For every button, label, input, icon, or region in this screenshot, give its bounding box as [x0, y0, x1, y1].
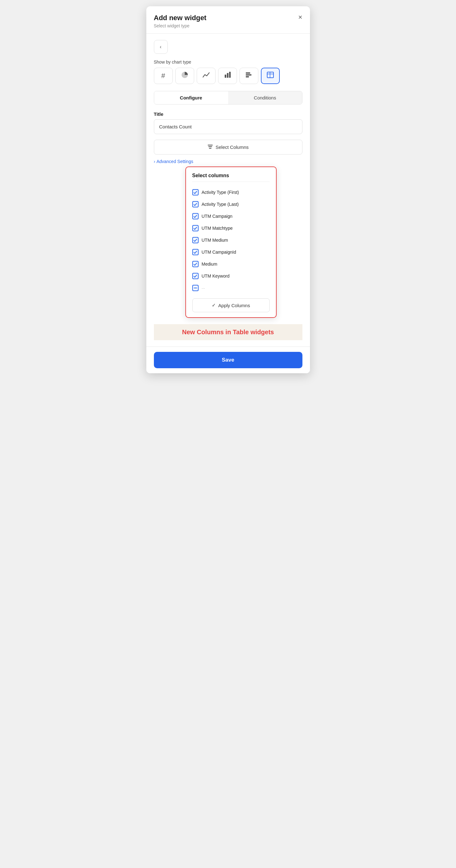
column-label: UTM Medium [202, 238, 228, 243]
column-item-utm-campaign[interactable]: UTM Campaign [192, 210, 270, 222]
checkbox-activity-type-last[interactable] [192, 201, 199, 208]
advanced-settings-label: Advanced Settings [156, 159, 193, 164]
tab-bar: Configure Conditions [154, 91, 302, 104]
checkbox-medium[interactable] [192, 261, 199, 267]
chart-type-table[interactable] [261, 68, 280, 84]
column-item-activity-type-last[interactable]: Activity Type (Last) [192, 198, 270, 210]
line-chart-icon [202, 71, 210, 80]
apply-columns-button[interactable]: ✓ Apply Columns [192, 298, 270, 312]
select-columns-button[interactable]: Select Columns [154, 140, 302, 155]
checkbox-utm-matchtype[interactable] [192, 225, 199, 231]
table-icon [267, 71, 274, 80]
title-label: Title [154, 112, 302, 117]
column-label: UTM Keyword [202, 274, 230, 279]
chart-type-bar[interactable] [218, 68, 237, 84]
checkmark-icon: ✓ [212, 303, 216, 308]
svg-rect-2 [229, 72, 231, 78]
add-widget-modal: Add new widget Select widget type × ‹ Sh… [146, 6, 310, 373]
announcement-text: New Columns in Table widgets [160, 329, 296, 336]
column-item-utm-campaignid[interactable]: UTM CampaignId [192, 246, 270, 258]
svg-rect-1 [227, 73, 229, 78]
modal-title: Add new widget [154, 14, 302, 22]
tab-configure[interactable]: Configure [154, 91, 228, 104]
column-partial-label: ··· [202, 286, 205, 290]
dropdown-title: Select columns [192, 173, 270, 182]
chart-type-pie[interactable] [175, 68, 194, 84]
checkbox-utm-medium[interactable] [192, 237, 199, 243]
apply-columns-label: Apply Columns [218, 303, 250, 308]
bar-chart-icon [224, 71, 231, 80]
column-item-utm-matchtype[interactable]: UTM Matchtype [192, 222, 270, 234]
modal-subtitle: Select widget type [154, 23, 302, 28]
advanced-settings-toggle[interactable]: › Advanced Settings [154, 159, 302, 164]
column-item-partial[interactable]: ··· [192, 282, 270, 294]
chevron-right-icon: › [154, 159, 155, 164]
checkbox-utm-campaignid[interactable] [192, 249, 199, 255]
modal-body: ‹ Show by chart type # [146, 34, 310, 346]
pie-icon [181, 71, 188, 81]
checkbox-utm-campaign[interactable] [192, 213, 199, 219]
chart-type-line[interactable] [197, 68, 216, 84]
svg-rect-0 [225, 74, 226, 78]
column-label: Activity Type (First) [202, 190, 239, 195]
title-input[interactable] [154, 119, 302, 134]
select-columns-label: Select Columns [216, 145, 249, 150]
chart-type-label: Show by chart type [154, 60, 302, 64]
announcement-banner: New Columns in Table widgets [154, 324, 302, 340]
svg-rect-5 [246, 76, 249, 78]
checkbox-utm-keyword[interactable] [192, 273, 199, 279]
column-label: Medium [202, 261, 217, 267]
dropdown-box: Select columns Activity Type (First) Act… [185, 166, 277, 318]
checkbox-partial[interactable] [192, 285, 199, 291]
column-label: UTM Campaign [202, 214, 233, 219]
hbar-chart-icon [245, 71, 253, 80]
svg-rect-6 [267, 72, 273, 78]
save-button[interactable]: Save [154, 352, 302, 368]
column-label: UTM Matchtype [202, 226, 233, 231]
column-item-utm-medium[interactable]: UTM Medium [192, 234, 270, 246]
chart-type-hbar[interactable] [240, 68, 259, 84]
back-button[interactable]: ‹ [154, 40, 168, 54]
chevron-left-icon: ‹ [160, 44, 161, 50]
column-item-activity-type-first[interactable]: Activity Type (First) [192, 186, 270, 198]
save-section: Save [146, 346, 310, 373]
column-item-utm-keyword[interactable]: UTM Keyword [192, 270, 270, 282]
tab-conditions[interactable]: Conditions [228, 91, 302, 104]
select-columns-dropdown: Select columns Activity Type (First) Act… [185, 166, 302, 318]
svg-rect-4 [246, 74, 251, 75]
column-item-medium[interactable]: Medium [192, 258, 270, 270]
svg-rect-3 [246, 72, 250, 74]
modal-header: Add new widget Select widget type × [146, 6, 310, 34]
chart-type-selector: # [154, 68, 302, 84]
column-label: UTM CampaignId [202, 250, 236, 255]
checkbox-activity-type-first[interactable] [192, 189, 199, 195]
chart-type-number[interactable]: # [154, 68, 173, 84]
close-button[interactable]: × [297, 12, 304, 22]
number-icon: # [161, 72, 165, 80]
column-label: Activity Type (Last) [202, 202, 239, 207]
filter-icon [207, 145, 213, 150]
